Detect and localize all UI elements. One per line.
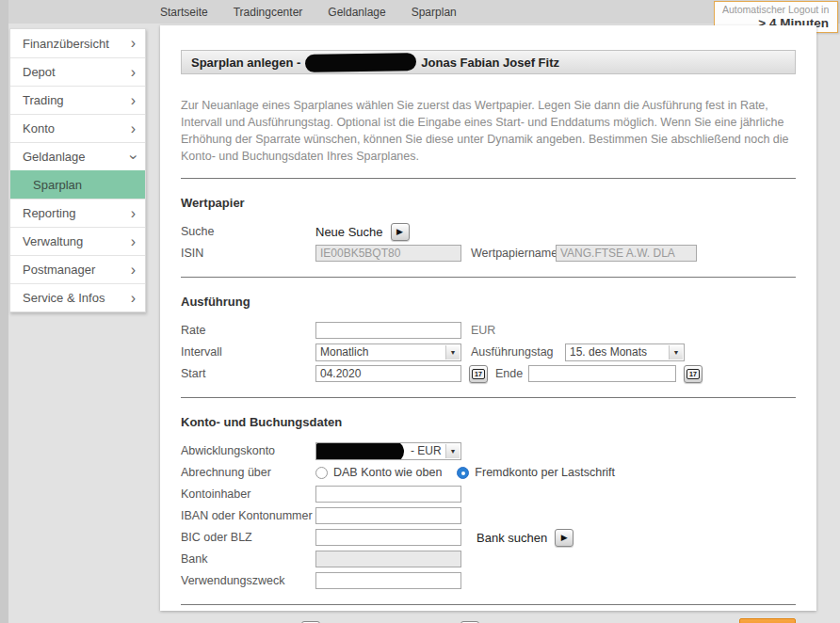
sidebar-item-label: Postmanager bbox=[23, 256, 131, 283]
isin-field bbox=[315, 245, 461, 262]
sidebar-item-label: Reporting bbox=[23, 200, 131, 227]
wertpapiername-field bbox=[556, 245, 697, 262]
nav-tradingcenter[interactable]: Tradingcenter bbox=[234, 6, 303, 19]
abrechnung-label: Abrechnung über bbox=[181, 466, 315, 479]
kontoinhaber-label: Kontoinhaber bbox=[181, 487, 315, 501]
logout-timer-label: Automatischer Logout in bbox=[715, 2, 837, 15]
divider bbox=[181, 397, 796, 398]
start-calendar-icon[interactable]: 17 bbox=[469, 365, 488, 383]
sidebar-item-service-infos[interactable]: Service & Infos › bbox=[10, 283, 145, 312]
sidebar: Finanzübersicht › Depot › Trading › Kont… bbox=[9, 28, 146, 312]
calendar-icon: 17 bbox=[687, 369, 700, 379]
ende-date-input[interactable] bbox=[528, 365, 676, 382]
sidebar-item-reporting[interactable]: Reporting › bbox=[10, 199, 145, 227]
suche-label: Suche bbox=[181, 225, 315, 238]
radio-dab-konto[interactable] bbox=[315, 467, 328, 479]
verwendungszweck-input[interactable] bbox=[315, 572, 461, 589]
ausfuehrungstag-label: Ausführungstag bbox=[471, 345, 565, 359]
sidebar-item-depot[interactable]: Depot › bbox=[10, 57, 145, 86]
ende-calendar-icon[interactable]: 17 bbox=[684, 365, 703, 383]
sidebar-item-label: Service & Infos bbox=[23, 284, 131, 312]
intervall-label: Intervall bbox=[181, 345, 315, 359]
ausfuehrungstag-select[interactable]: 15. des Monats ▼ bbox=[565, 343, 685, 361]
verwendungszweck-label: Verwendungszweck bbox=[181, 574, 315, 587]
rate-input[interactable] bbox=[315, 322, 461, 339]
sidebar-item-label: Verwaltung bbox=[23, 228, 131, 255]
chevron-right-icon: › bbox=[131, 65, 136, 80]
intervall-select[interactable]: Monatlich ▼ bbox=[315, 343, 461, 361]
nav-geldanlage[interactable]: Geldanlage bbox=[328, 6, 385, 19]
dropdown-arrow-icon: ▼ bbox=[669, 345, 683, 359]
kontoinhaber-input[interactable] bbox=[315, 486, 461, 503]
neue-suche-button[interactable]: ▶ bbox=[391, 223, 410, 241]
chevron-right-icon: › bbox=[131, 291, 136, 306]
abwicklungskonto-value: - EUR bbox=[411, 444, 442, 457]
bank-suchen-button[interactable]: ▶ bbox=[555, 529, 573, 547]
rate-currency-label: EUR bbox=[471, 324, 495, 337]
sidebar-item-label: Trading bbox=[23, 87, 131, 114]
form-row-isin: ISIN Wertpapiername bbox=[181, 243, 796, 264]
page-title: Sparplan anlegen - Jonas Fabian Josef Fi… bbox=[181, 50, 796, 74]
sidebar-item-trading[interactable]: Trading › bbox=[10, 86, 145, 114]
chevron-right-icon: › bbox=[131, 263, 136, 278]
form-row-iban: IBAN oder Kontonummer bbox=[181, 505, 796, 527]
sidebar-item-label: Finanzübersicht bbox=[23, 30, 131, 57]
chevron-right-icon: › bbox=[131, 234, 136, 249]
play-icon: ▶ bbox=[561, 533, 568, 542]
divider bbox=[181, 277, 796, 278]
form-row-intervall: Intervall Monatlich ▼ Ausführungstag 15.… bbox=[181, 342, 796, 363]
rate-label: Rate bbox=[181, 324, 315, 337]
bank-field bbox=[315, 551, 461, 567]
chevron-down-icon: › bbox=[125, 154, 140, 159]
abwicklungskonto-label: Abwicklungskonto bbox=[181, 444, 315, 457]
iban-input[interactable] bbox=[315, 507, 461, 524]
divider bbox=[181, 604, 796, 605]
weiter-button[interactable]: Weiter ❯ bbox=[739, 618, 796, 623]
bic-label: BIC oder BLZ bbox=[181, 531, 315, 544]
chevron-right-icon: › bbox=[131, 93, 136, 108]
iban-label: IBAN oder Kontonummer bbox=[181, 509, 315, 522]
intro-text: Zur Neuanlage eines Sparplanes wählen Si… bbox=[181, 97, 796, 166]
page-left-strip bbox=[0, 0, 8, 623]
isin-label: ISIN bbox=[181, 247, 315, 260]
divider bbox=[181, 178, 796, 179]
radio-fremdkonto-label: Fremdkonto per Lastschrift bbox=[475, 466, 615, 479]
nav-sparplan[interactable]: Sparplan bbox=[412, 6, 457, 19]
sidebar-item-verwaltung[interactable]: Verwaltung › bbox=[10, 227, 145, 255]
start-date-input[interactable] bbox=[315, 365, 461, 382]
ende-label: Ende bbox=[495, 367, 528, 380]
page-title-owner: Jonas Fabian Josef Fitz bbox=[421, 56, 559, 70]
dropdown-arrow-icon: ▼ bbox=[445, 444, 460, 458]
sidebar-item-sparplan[interactable]: Sparplan bbox=[10, 170, 145, 199]
form-row-start-ende: Start 17 Ende 17 bbox=[181, 363, 796, 385]
bank-suchen-label: Bank suchen bbox=[477, 531, 547, 545]
sidebar-item-label: Sparplan bbox=[33, 171, 136, 199]
page-title-prefix: Sparplan anlegen - bbox=[191, 56, 300, 70]
section-heading-wertpapier: Wertpapier bbox=[181, 196, 796, 210]
bic-input[interactable] bbox=[315, 529, 461, 546]
footer-actions: Zurück zur Übersicht ← Alle Angaben lösc… bbox=[181, 618, 796, 623]
redacted-account-blob bbox=[315, 442, 404, 460]
sidebar-item-konto[interactable]: Konto › bbox=[10, 114, 145, 142]
sidebar-item-finanzuebersicht[interactable]: Finanzübersicht › bbox=[10, 29, 145, 57]
wertpapiername-label: Wertpapiername bbox=[471, 247, 556, 260]
form-row-suche: Suche Neue Suche ▶ bbox=[181, 221, 796, 243]
sidebar-item-geldanlage[interactable]: Geldanlage › bbox=[10, 142, 145, 170]
radio-dab-konto-label: DAB Konto wie oben bbox=[333, 466, 442, 479]
start-label: Start bbox=[181, 367, 315, 380]
chevron-right-icon: › bbox=[131, 36, 136, 51]
chevron-right-icon: › bbox=[131, 206, 136, 221]
play-icon: ▶ bbox=[396, 227, 403, 236]
sidebar-item-label: Geldanlage bbox=[23, 143, 131, 170]
form-row-bank: Bank bbox=[181, 549, 796, 570]
form-row-abwicklungskonto: Abwicklungskonto - EUR ▼ bbox=[181, 440, 796, 462]
radio-fremdkonto[interactable] bbox=[457, 467, 469, 479]
dropdown-arrow-icon: ▼ bbox=[445, 345, 460, 359]
sidebar-item-label: Konto bbox=[23, 115, 131, 142]
nav-startseite[interactable]: Startseite bbox=[160, 6, 208, 19]
chevron-right-icon: › bbox=[131, 121, 136, 136]
intervall-value: Monatlich bbox=[320, 345, 368, 359]
abwicklungskonto-select[interactable]: - EUR ▼ bbox=[315, 442, 461, 460]
form-row-verwendungszweck: Verwendungszweck bbox=[181, 570, 796, 592]
sidebar-item-postmanager[interactable]: Postmanager › bbox=[10, 255, 145, 283]
